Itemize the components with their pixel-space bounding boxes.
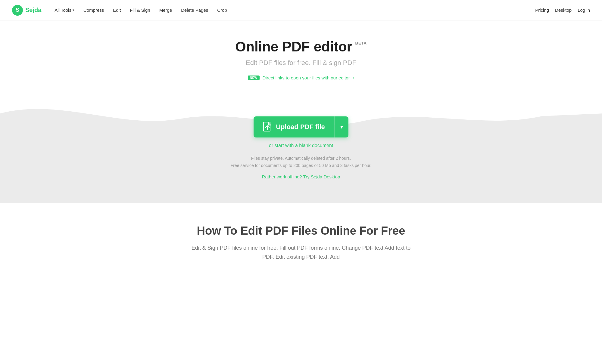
blank-document-link[interactable]: or start with a blank document	[12, 143, 590, 148]
nav-login[interactable]: Log in	[578, 8, 590, 13]
chevron-down-icon: ▾	[73, 8, 74, 12]
upload-button-wrapper: Upload PDF file ▾	[254, 116, 348, 137]
nav-pricing[interactable]: Pricing	[535, 8, 549, 13]
wave-content: Upload PDF file ▾ or start with a blank …	[12, 116, 590, 179]
privacy-notice: Files stay private. Automatically delete…	[12, 155, 590, 169]
new-badge: NEW	[248, 76, 260, 80]
wave-section: Upload PDF file ▾ or start with a blank …	[0, 92, 602, 203]
hero-subtitle: Edit PDF files for free. Fill & sign PDF	[12, 59, 590, 67]
bottom-description: Edit & Sign PDF files online for free. F…	[187, 243, 416, 262]
privacy-line2: Free service for documents up to 200 pag…	[12, 162, 590, 169]
announcement-text: Direct links to open your files with our…	[263, 75, 350, 80]
hero-section: Online PDF editor BETA Edit PDF files fo…	[0, 20, 602, 80]
nav-links: All Tools ▾ Compress Edit Fill & Sign Me…	[51, 5, 535, 15]
nav-item-crop[interactable]: Crop	[214, 5, 231, 15]
nav-desktop[interactable]: Desktop	[555, 8, 572, 13]
logo-name: Sejda	[25, 7, 41, 14]
hero-title-wrapper: Online PDF editor BETA	[235, 39, 367, 55]
hero-title-text: Online PDF editor	[235, 39, 352, 55]
hero-announcement[interactable]: NEW Direct links to open your files with…	[248, 75, 354, 80]
navbar-right: Pricing Desktop Log in	[535, 8, 590, 13]
logo-link[interactable]: S Sejda	[12, 5, 41, 16]
logo-icon: S	[12, 5, 23, 16]
nav-item-alltools[interactable]: All Tools ▾	[51, 5, 78, 15]
beta-badge: BETA	[355, 41, 367, 45]
nav-item-deletepages[interactable]: Delete Pages	[177, 5, 212, 15]
upload-pdf-button[interactable]: Upload PDF file	[254, 116, 335, 137]
bottom-title: How To Edit PDF Files Online For Free	[36, 224, 566, 237]
logo-letter: S	[16, 7, 19, 13]
upload-dropdown-button[interactable]: ▾	[335, 116, 348, 137]
dropdown-icon: ▾	[340, 124, 343, 130]
nav-item-merge[interactable]: Merge	[156, 5, 176, 15]
desktop-link[interactable]: Rather work offline? Try Sejda Desktop	[12, 174, 590, 179]
privacy-line1: Files stay private. Automatically delete…	[12, 155, 590, 162]
bottom-section: How To Edit PDF Files Online For Free Ed…	[0, 203, 602, 274]
chevron-right-icon: ›	[353, 76, 354, 80]
nav-item-edit[interactable]: Edit	[109, 5, 124, 15]
navbar: S Sejda All Tools ▾ Compress Edit Fill &…	[0, 0, 602, 20]
nav-item-fillsign[interactable]: Fill & Sign	[126, 5, 154, 15]
upload-button-label: Upload PDF file	[276, 123, 325, 131]
nav-item-compress[interactable]: Compress	[80, 5, 108, 15]
pdf-icon	[263, 122, 272, 132]
